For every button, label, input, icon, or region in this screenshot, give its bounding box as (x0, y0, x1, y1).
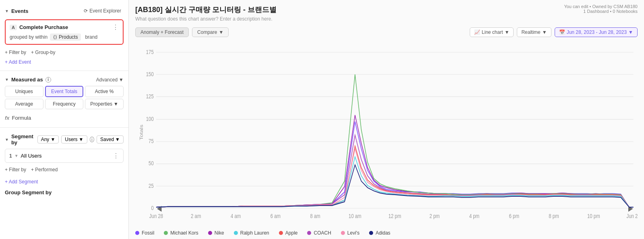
line-chart-button[interactable]: 📈 Line chart ▼ (470, 27, 514, 37)
chart-prev-button[interactable]: ◀ (157, 204, 162, 213)
group-segment-by-label: Group Segment by (0, 187, 128, 198)
event-options-button[interactable]: ⋮ (112, 23, 119, 31)
advanced-chevron-icon: ▼ (119, 77, 124, 83)
svg-text:8 am: 8 am (310, 212, 320, 219)
segment-number: 1 (9, 153, 12, 159)
segment-chevron-icon: ▼ (5, 137, 9, 142)
measure-active-pct-button[interactable]: Active % (85, 86, 124, 97)
chart-description: What question does this chart answer? En… (135, 16, 638, 22)
svg-text:12 pm: 12 pm (388, 212, 401, 219)
levis-label: Levi's (347, 230, 359, 236)
measured-as-title: ▼ Measured as i (5, 77, 51, 83)
legend-coach: COACH (307, 230, 331, 236)
formula-label: Formula (12, 115, 31, 121)
segment-by-title: Segment by (11, 133, 35, 145)
formula-row[interactable]: fx Formula (0, 112, 128, 124)
segment-by-section: ▼ Segment by Any ▼ Users ▼ i Saved ▼ 1 ▼… (0, 131, 128, 177)
chart-legend: Fossil Michael Kors Nike Ralph Lauren Ap… (129, 228, 644, 239)
svg-text:6 pm: 6 pm (509, 212, 519, 219)
apple-line (156, 146, 634, 207)
chart-svg: .grid-line { stroke: #e8e8e8; stroke-wid… (135, 40, 638, 224)
fossil-dot (135, 231, 139, 235)
add-event-button[interactable]: + Add Event (0, 57, 128, 67)
event-action-links: + Filter by + Group-by (0, 48, 128, 57)
ralph-lauren-dot (234, 231, 238, 235)
svg-text:50: 50 (149, 160, 154, 167)
event-label: A Complete Purchase (10, 24, 68, 30)
ralph-lauren-line (156, 157, 634, 207)
chart-controls: 📈 Line chart ▼ Realtime ▼ 📅 Jun 28, 2023… (470, 27, 638, 37)
realtime-chevron-icon: ▼ (542, 29, 547, 35)
event-groupby: grouped by within ⟨⟩ Products brand (10, 33, 119, 41)
svg-text:2 am: 2 am (191, 212, 201, 219)
segment-saved-tag[interactable]: Saved ▼ (97, 135, 124, 143)
measure-average-button[interactable]: Average (5, 99, 43, 109)
svg-text:125: 125 (146, 93, 154, 100)
levis-dot (341, 231, 345, 235)
date-chevron-icon: ▼ (628, 29, 633, 35)
events-section-header: ▼ Events ⟳ Event Explorer (0, 5, 128, 16)
legend-michael-kors: Michael Kors (164, 230, 198, 236)
event-item-complete-purchase: A Complete Purchase ⋮ grouped by within … (5, 19, 124, 45)
group-by-link[interactable]: + Group-by (31, 50, 55, 55)
events-toggle[interactable]: ▼ Events (5, 8, 81, 14)
event-item-header: A Complete Purchase ⋮ (10, 23, 119, 31)
saved-chevron-icon: ▼ (115, 137, 120, 142)
events-chevron-icon: ▼ (5, 9, 9, 13)
michael-kors-line (156, 75, 634, 207)
measure-uniques-button[interactable]: Uniques (5, 86, 43, 97)
michael-kors-label: Michael Kors (170, 230, 198, 236)
svg-text:Jun 28: Jun 28 (149, 212, 163, 219)
svg-text:0: 0 (151, 204, 153, 211)
divider-2 (0, 127, 128, 128)
legend-adidas: Adidas (369, 230, 390, 236)
segment-expand-icon[interactable]: ▼ (14, 154, 19, 158)
filter-by-link[interactable]: + Filter by (5, 50, 26, 55)
svg-text:25: 25 (149, 182, 154, 189)
compare-button[interactable]: Compare ▼ (192, 27, 229, 37)
products-tag[interactable]: ⟨⟩ Products (50, 33, 81, 41)
measured-chevron-icon: ▼ (5, 77, 9, 82)
realtime-button[interactable]: Realtime ▼ (517, 27, 551, 37)
measure-event-totals-button[interactable]: Event Totals (45, 86, 84, 97)
svg-text:100: 100 (146, 116, 154, 123)
date-range-button[interactable]: 📅 Jun 28, 2023 - Jun 28, 2023 ▼ (555, 27, 638, 37)
michael-kors-dot (164, 231, 168, 235)
chart-next-button[interactable]: ▶ (628, 204, 633, 213)
svg-text:6 am: 6 am (270, 212, 281, 219)
coach-label: COACH (314, 230, 331, 236)
fossil-label: Fossil (142, 230, 154, 236)
svg-text:10 pm: 10 pm (587, 212, 600, 219)
event-explorer-button[interactable]: ⟳ Event Explorer (81, 7, 124, 15)
properties-chevron-icon: ▼ (114, 101, 118, 107)
event-name: Complete Purchase (19, 24, 68, 30)
measure-frequency-button[interactable]: Frequency (45, 99, 84, 109)
apple-label: Apple (285, 230, 298, 236)
chart-area: .grid-line { stroke: #e8e8e8; stroke-wid… (129, 40, 644, 228)
products-icon: ⟨⟩ (53, 34, 57, 40)
left-panel: ▼ Events ⟳ Event Explorer A Complete Pur… (0, 0, 129, 239)
nike-label: Nike (215, 230, 224, 236)
legend-ralph-lauren: Ralph Lauren (234, 230, 269, 236)
legend-nike: Nike (208, 230, 224, 236)
segment-item-all-users: 1 ▼ All Users ⋮ (5, 149, 124, 163)
chart-title: [AB180] 실시간 구매량 모니터링 - 브랜드별 (135, 5, 638, 15)
users-chevron-icon: ▼ (79, 137, 84, 142)
measure-properties-button[interactable]: Properties ▼ (85, 99, 124, 109)
anomaly-forecast-button[interactable]: Anomaly + Forecast (135, 27, 189, 37)
adidas-dot (369, 231, 373, 235)
measure-buttons-grid: Uniques Event Totals Active % Average Fr… (5, 86, 124, 109)
seg-filter-by-link[interactable]: + Filter by (5, 167, 26, 172)
segment-name: All Users (21, 153, 110, 159)
segment-options-button[interactable]: ⋮ (113, 152, 119, 160)
compare-chevron-icon: ▼ (219, 29, 223, 35)
seg-performed-link[interactable]: + Performed (31, 167, 58, 172)
segment-any-tag[interactable]: Any ▼ (37, 135, 59, 143)
svg-text:75: 75 (149, 138, 154, 145)
advanced-button[interactable]: Advanced ▼ (96, 77, 124, 83)
chart-meta: You can edit • Owned by CSM AB180 1 Dash… (564, 4, 638, 14)
segment-users-tag[interactable]: Users ▼ (61, 135, 87, 143)
add-segment-button[interactable]: + Add Segment (0, 177, 128, 187)
ralph-lauren-label: Ralph Lauren (240, 230, 269, 236)
svg-text:Jun 29: Jun 29 (626, 212, 638, 219)
